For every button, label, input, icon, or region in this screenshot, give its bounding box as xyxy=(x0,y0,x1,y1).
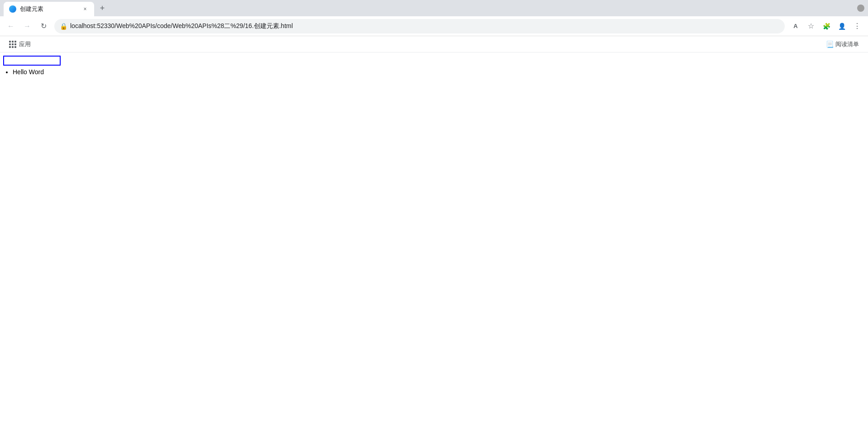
forward-button[interactable]: → xyxy=(20,19,34,33)
browser-chrome: 创建元素 × + ← → ↻ 🔒 localhost:52330/Web%20A… xyxy=(0,0,868,52)
menu-button[interactable]: ⋮ xyxy=(850,19,864,33)
tab-bar-right xyxy=(857,5,864,12)
tab-title: 创建元素 xyxy=(20,5,78,13)
reader-mode-button[interactable]: 📃 阅读清单 xyxy=(822,38,863,50)
translate-button[interactable]: A xyxy=(788,19,803,33)
translate-icon: A xyxy=(793,23,797,29)
active-tab[interactable]: 创建元素 × xyxy=(4,2,94,16)
reader-mode-icon: 📃 xyxy=(826,41,834,48)
bookmark-button[interactable]: ☆ xyxy=(804,19,818,33)
apps-grid-icon xyxy=(9,41,16,48)
page-list: Hello Word xyxy=(13,67,864,77)
address-text: localhost:52330/Web%20APIs/code/Web%20AP… xyxy=(70,22,779,30)
extensions-icon: 🧩 xyxy=(823,23,830,30)
lock-icon: 🔒 xyxy=(60,23,67,30)
bookmark-star-icon: ☆ xyxy=(808,22,814,30)
apps-button[interactable]: 应用 xyxy=(5,38,34,50)
tab-favicon-icon xyxy=(9,5,16,13)
window-minimize[interactable] xyxy=(857,5,864,12)
page-content: Hello Word xyxy=(0,52,868,442)
profile-button[interactable]: 👤 xyxy=(835,19,849,33)
back-button[interactable]: ← xyxy=(4,19,18,33)
reload-icon: ↻ xyxy=(41,22,47,30)
list-item: Hello Word xyxy=(13,67,864,77)
tab-close-button[interactable]: × xyxy=(81,5,89,13)
back-icon: ← xyxy=(7,22,14,30)
reload-button[interactable]: ↻ xyxy=(36,19,51,33)
menu-dots-icon: ⋮ xyxy=(854,22,861,30)
extensions-button[interactable]: 🧩 xyxy=(819,19,834,33)
forward-icon: → xyxy=(24,22,31,30)
address-bar[interactable]: 🔒 localhost:52330/Web%20APIs/code/Web%20… xyxy=(54,19,785,33)
tab-bar: 创建元素 × + xyxy=(0,0,868,16)
page-text-input[interactable] xyxy=(4,56,60,65)
nav-right-buttons: A ☆ 🧩 👤 ⋮ xyxy=(788,19,864,33)
nav-bar: ← → ↻ 🔒 localhost:52330/Web%20APIs/code/… xyxy=(0,16,868,36)
bookmarks-bar: 应用 📃 阅读清单 xyxy=(0,36,868,52)
new-tab-button[interactable]: + xyxy=(96,2,109,14)
apps-label: 应用 xyxy=(19,40,31,48)
profile-icon: 👤 xyxy=(838,23,846,30)
reader-mode-label: 阅读清单 xyxy=(835,40,859,48)
